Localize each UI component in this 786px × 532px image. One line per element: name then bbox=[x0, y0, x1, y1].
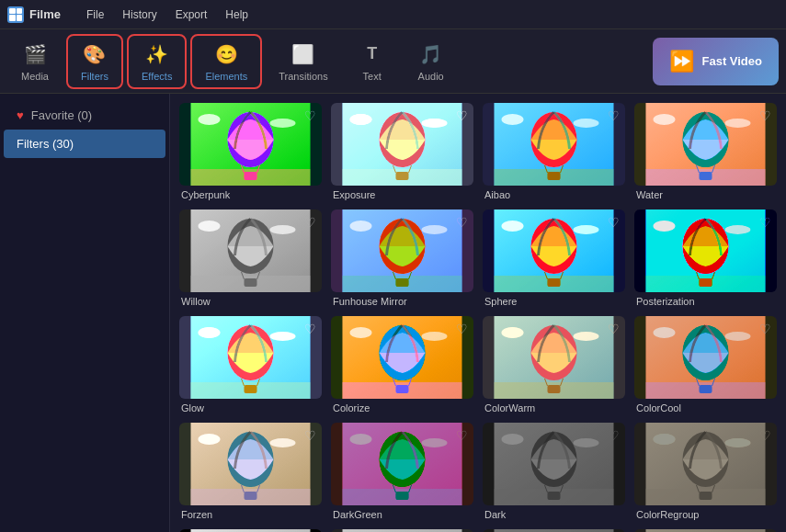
svg-point-2 bbox=[270, 119, 296, 128]
fast-video-icon: ⏩ bbox=[669, 50, 694, 74]
svg-point-58 bbox=[725, 225, 751, 234]
svg-point-50 bbox=[574, 225, 599, 234]
sidebar-favorite-label: Favorite (0) bbox=[31, 108, 92, 122]
svg-rect-71 bbox=[245, 385, 257, 393]
filter-item-colorwarm[interactable]: ♡ColorWarm bbox=[483, 316, 625, 413]
svg-rect-55 bbox=[548, 278, 561, 287]
sidebar-filters-label: Filters (30) bbox=[17, 137, 74, 151]
filter-heart-posterization[interactable]: ♡ bbox=[759, 215, 771, 230]
svg-rect-63 bbox=[700, 278, 712, 287]
filter-item-posterization[interactable]: ♡Posterization bbox=[634, 209, 777, 307]
app-logo: Filme bbox=[7, 6, 61, 23]
filter-thumb-water: ♡ bbox=[634, 103, 777, 186]
filter-heart-aibao[interactable]: ♡ bbox=[608, 108, 620, 123]
filter-thumb-funhouse: ♡ bbox=[331, 209, 473, 292]
svg-point-17 bbox=[502, 114, 524, 125]
filter-heart-willow[interactable]: ♡ bbox=[304, 215, 316, 230]
filter-thumb-forzen: ♡ bbox=[179, 423, 322, 505]
filter-heart-water[interactable]: ♡ bbox=[759, 108, 771, 123]
svg-rect-15 bbox=[396, 172, 409, 180]
tab-text[interactable]: T Text bbox=[345, 36, 400, 87]
tab-media[interactable]: 🎬 Media bbox=[7, 36, 63, 87]
filter-thumb-darkgreen: ♡ bbox=[331, 423, 473, 505]
svg-point-41 bbox=[350, 221, 372, 232]
filter-thumb-colorcool: ♡ bbox=[634, 316, 777, 399]
tab-text-label: Text bbox=[363, 71, 382, 82]
tab-transitions[interactable]: ⬜ Transitions bbox=[266, 36, 340, 87]
menu-file[interactable]: File bbox=[79, 5, 111, 25]
filter-thumb-aibao: ♡ bbox=[483, 103, 625, 186]
svg-rect-79 bbox=[396, 385, 409, 393]
fast-video-button[interactable]: ⏩ Fast Video bbox=[653, 38, 779, 85]
filter-item-sphere[interactable]: ♡Sphere bbox=[483, 209, 625, 307]
filter-label-colorregroup: ColorRegroup bbox=[634, 509, 777, 520]
filter-item-colorcool[interactable]: ♡ColorCool bbox=[634, 316, 777, 413]
filter-label-aibao: Aibao bbox=[483, 189, 625, 200]
svg-point-34 bbox=[270, 225, 296, 234]
filter-item-colorregroup[interactable]: ♡ColorRegroup bbox=[634, 423, 777, 520]
filter-heart-exposure[interactable]: ♡ bbox=[456, 108, 468, 123]
svg-point-89 bbox=[654, 327, 676, 338]
filter-item-willow[interactable]: ♡Willow bbox=[179, 209, 322, 307]
svg-point-65 bbox=[199, 327, 221, 338]
filter-thumb-sphere: ♡ bbox=[483, 209, 625, 292]
filter-item-forzen[interactable]: ♡Forzen bbox=[179, 423, 322, 520]
svg-rect-119 bbox=[548, 492, 561, 500]
svg-rect-103 bbox=[245, 492, 257, 500]
filter-item-glow[interactable]: ♡Glow bbox=[179, 316, 322, 413]
filter-heart-colorize[interactable]: ♡ bbox=[456, 322, 468, 336]
menu-history[interactable]: History bbox=[115, 5, 164, 25]
sidebar-item-favorite[interactable]: ♥ Favorite (0) bbox=[4, 101, 165, 130]
tab-elements[interactable]: 😊 Elements bbox=[190, 34, 262, 89]
filter-heart-colorwarm[interactable]: ♡ bbox=[608, 322, 620, 336]
filter-heart-glow[interactable]: ♡ bbox=[304, 322, 316, 336]
tab-audio[interactable]: 🎵 Audio bbox=[404, 36, 459, 87]
filter-item-exposure[interactable]: ♡Exposure bbox=[331, 103, 473, 200]
svg-point-122 bbox=[725, 438, 751, 447]
filter-thumb-posterization: ♡ bbox=[634, 209, 777, 292]
sidebar-item-filters[interactable]: Filters (30) bbox=[4, 130, 165, 158]
svg-rect-87 bbox=[548, 385, 561, 393]
svg-point-57 bbox=[654, 221, 676, 232]
app-name: Filme bbox=[29, 7, 61, 21]
svg-point-9 bbox=[350, 114, 372, 125]
filter-item-darkgreen[interactable]: ♡DarkGreen bbox=[331, 423, 473, 520]
filter-thumb-dark: ♡ bbox=[483, 423, 625, 505]
filter-heart-funhouse[interactable]: ♡ bbox=[456, 215, 468, 230]
filter-label-colorwarm: ColorWarm bbox=[483, 402, 625, 413]
filter-item-dark[interactable]: ♡Dark bbox=[483, 423, 625, 520]
svg-point-106 bbox=[422, 438, 448, 447]
svg-point-18 bbox=[574, 119, 599, 128]
svg-point-74 bbox=[422, 332, 448, 341]
svg-point-33 bbox=[199, 221, 221, 232]
tab-transitions-label: Transitions bbox=[279, 71, 327, 82]
filter-heart-sphere[interactable]: ♡ bbox=[608, 215, 620, 230]
svg-point-81 bbox=[502, 327, 524, 338]
filter-thumb-glow: ♡ bbox=[179, 316, 322, 399]
tab-effects[interactable]: ✨ Effects bbox=[127, 34, 187, 89]
svg-point-49 bbox=[502, 221, 524, 232]
filter-heart-colorregroup[interactable]: ♡ bbox=[759, 428, 771, 443]
filter-heart-colorcool[interactable]: ♡ bbox=[759, 322, 771, 336]
svg-point-10 bbox=[422, 119, 448, 128]
app-logo-icon bbox=[7, 6, 24, 23]
filter-item-cyberpunk[interactable]: ♡Cyberpunk bbox=[179, 103, 322, 200]
tab-audio-label: Audio bbox=[418, 71, 444, 82]
filter-heart-dark[interactable]: ♡ bbox=[608, 428, 620, 443]
svg-point-105 bbox=[350, 434, 372, 445]
filter-heart-darkgreen[interactable]: ♡ bbox=[456, 428, 468, 443]
svg-point-73 bbox=[350, 327, 372, 338]
tab-filters[interactable]: 🎨 Filters bbox=[66, 34, 123, 89]
filter-heart-cyberpunk[interactable]: ♡ bbox=[304, 108, 316, 123]
filter-label-colorize: Colorize bbox=[331, 402, 473, 413]
filters-grid: ♡Cyberpunk ♡Exposure bbox=[179, 103, 777, 532]
filter-item-water[interactable]: ♡Water bbox=[634, 103, 777, 200]
filter-item-colorize[interactable]: ♡Colorize bbox=[331, 316, 473, 413]
filter-item-funhouse[interactable]: ♡Funhouse Mirror bbox=[331, 209, 473, 307]
svg-point-26 bbox=[725, 119, 751, 128]
menu-help[interactable]: Help bbox=[218, 5, 256, 25]
filter-item-aibao[interactable]: ♡Aibao bbox=[483, 103, 625, 200]
text-icon: T bbox=[359, 41, 385, 67]
filter-heart-forzen[interactable]: ♡ bbox=[304, 428, 316, 443]
menu-export[interactable]: Export bbox=[168, 5, 215, 25]
